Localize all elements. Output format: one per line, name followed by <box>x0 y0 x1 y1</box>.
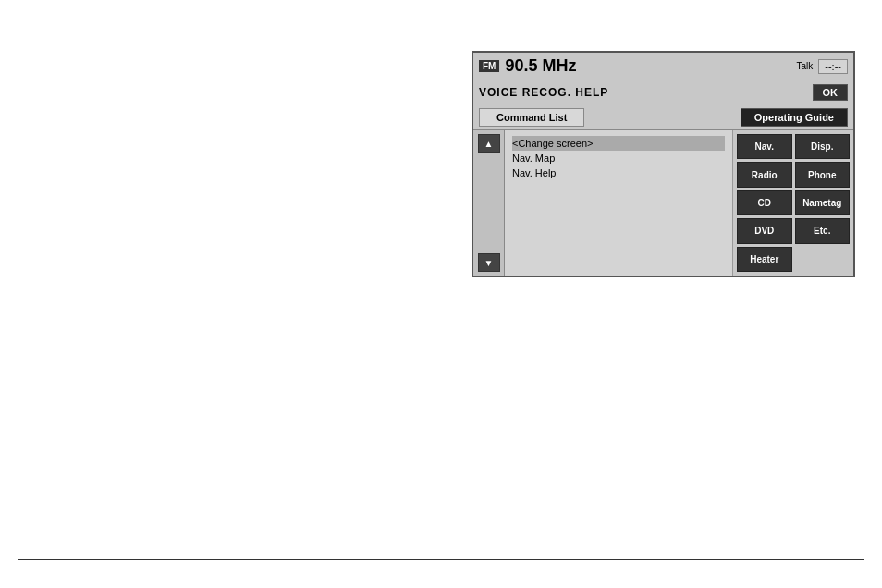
tab-command-list[interactable]: Command List <box>479 108 584 127</box>
list-item[interactable]: <Change screen> <box>512 136 725 151</box>
tab-row: Command List Operating Guide <box>473 104 853 130</box>
category-button-disp[interactable]: Disp. <box>795 134 851 159</box>
screen-title: VOICE RECOG. HELP <box>479 86 813 99</box>
bottom-line <box>18 559 864 560</box>
main-content: ▲ ▼ <Change screen>Nav. MapNav. Help Nav… <box>473 130 853 276</box>
list-item[interactable]: Nav. Map <box>512 151 725 165</box>
left-panel: ▲ ▼ <Change screen>Nav. MapNav. Help <box>473 130 733 276</box>
header-row: FM 90.5 MHz Talk --:-- <box>473 53 853 80</box>
category-button-nav[interactable]: Nav. <box>737 134 792 159</box>
frequency-display: 90.5 MHz <box>505 56 796 76</box>
scroll-column: ▲ ▼ <box>473 130 505 276</box>
category-button-cd[interactable]: CD <box>737 190 792 215</box>
title-row: VOICE RECOG. HELP OK <box>473 80 853 104</box>
category-button-heater[interactable]: Heater <box>737 247 792 272</box>
scroll-up-icon: ▲ <box>484 139 494 149</box>
category-button-phone[interactable]: Phone <box>795 162 851 187</box>
talk-label: Talk <box>796 61 813 71</box>
fm-badge: FM <box>479 60 499 72</box>
scroll-down-icon: ▼ <box>484 258 494 268</box>
category-button-radio[interactable]: Radio <box>737 162 792 187</box>
ok-button[interactable]: OK <box>813 84 849 101</box>
category-button-dvd[interactable]: DVD <box>737 218 792 243</box>
scroll-up-button[interactable]: ▲ <box>478 134 500 153</box>
scroll-down-button[interactable]: ▼ <box>478 253 500 272</box>
time-display: --:-- <box>818 59 848 74</box>
command-list-area: <Change screen>Nav. MapNav. Help <box>505 130 733 276</box>
tab-operating-guide[interactable]: Operating Guide <box>741 108 848 127</box>
category-button-nametag[interactable]: Nametag <box>795 190 851 215</box>
category-button-etc[interactable]: Etc. <box>795 218 851 243</box>
category-panel: Nav.Disp.RadioPhoneCDNametagDVDEtc.Heate… <box>733 130 853 276</box>
device-screen: FM 90.5 MHz Talk --:-- VOICE RECOG. HELP… <box>472 51 855 277</box>
list-item[interactable]: Nav. Help <box>512 165 725 180</box>
